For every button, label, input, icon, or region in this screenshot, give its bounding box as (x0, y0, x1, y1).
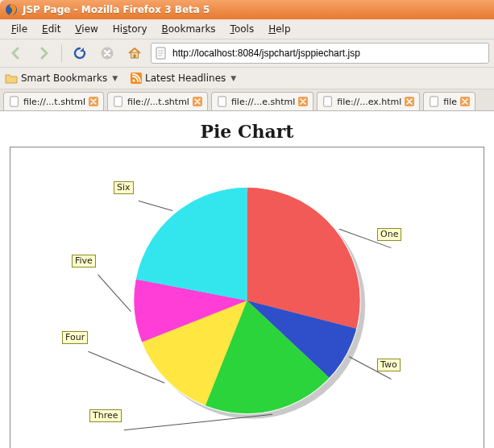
svg-rect-9 (324, 97, 332, 106)
page-icon (322, 96, 334, 107)
pie-chart (10, 147, 484, 448)
page-icon (9, 96, 20, 107)
menubar: File Edit View History Bookmarks Tools H… (0, 19, 494, 39)
page-icon (113, 96, 124, 107)
page-icon (429, 96, 440, 107)
home-button[interactable] (123, 42, 146, 64)
forward-button[interactable] (32, 42, 55, 64)
slice-label-six: Six (114, 181, 134, 194)
menu-help[interactable]: Help (262, 22, 297, 36)
reload-button[interactable] (68, 42, 91, 64)
menu-history[interactable]: History (106, 22, 154, 36)
svg-rect-6 (10, 97, 19, 106)
back-button[interactable] (5, 42, 27, 64)
slice-label-two: Two (377, 359, 401, 371)
tab-0[interactable]: file://...t.shtml (3, 92, 104, 110)
tab-1[interactable]: file://...t.shtml (107, 92, 208, 110)
toolbar-separator (61, 44, 62, 62)
page-content: Pie Chart OneTwoThreeFourFiveSix OneTwoT… (0, 111, 494, 448)
tab-close-button[interactable] (298, 97, 308, 106)
svg-rect-7 (114, 97, 122, 106)
tab-close-button[interactable] (405, 97, 414, 106)
rss-icon (131, 73, 142, 84)
menu-view[interactable]: View (68, 22, 104, 36)
svg-rect-3 (134, 55, 136, 59)
tab-label: file://...t.shtml (23, 97, 85, 107)
slice-label-five: Five (72, 255, 96, 268)
stop-button[interactable] (96, 42, 118, 64)
chart-frame: OneTwoThreeFourFiveSix (10, 147, 484, 448)
url-input[interactable] (171, 47, 485, 60)
firefox-icon (5, 3, 18, 16)
tab-label: file (443, 97, 457, 107)
tab-4[interactable]: file (423, 92, 475, 110)
url-bar[interactable] (151, 43, 489, 64)
chart-title: Pie Chart (10, 121, 484, 142)
slice-label-three: Three (89, 409, 122, 422)
chevron-down-icon: ▼ (230, 74, 236, 82)
page-icon (155, 47, 168, 60)
tab-3[interactable]: file://...ex.html (317, 92, 420, 110)
menu-edit[interactable]: Edit (35, 22, 67, 36)
tab-2[interactable]: file://...e.shtml (211, 92, 313, 110)
latest-headlines-label: Latest Headlines (145, 73, 226, 84)
svg-point-5 (132, 79, 135, 81)
menu-tools[interactable]: Tools (224, 22, 261, 36)
slice-label-four: Four (62, 331, 88, 344)
page-icon (217, 96, 228, 107)
firefox-window: JSP Page - Mozilla Firefox 3 Beta 5 File… (0, 0, 494, 448)
smart-bookmarks-folder[interactable]: Smart Bookmarks ▼ (5, 73, 118, 84)
menu-file[interactable]: File (5, 22, 34, 36)
tab-label: file://...t.shtml (127, 97, 189, 107)
menu-bookmarks[interactable]: Bookmarks (156, 22, 222, 36)
bookmarks-toolbar: Smart Bookmarks ▼ Latest Headlines ▼ (0, 68, 494, 89)
smart-bookmarks-label: Smart Bookmarks (21, 73, 107, 84)
chevron-down-icon: ▼ (112, 74, 118, 82)
slice-label-one: One (377, 228, 401, 241)
svg-rect-8 (218, 97, 226, 106)
titlebar: JSP Page - Mozilla Firefox 3 Beta 5 (0, 0, 494, 19)
latest-headlines-feed[interactable]: Latest Headlines ▼ (131, 73, 236, 84)
tab-strip: file://...t.shtmlfile://...t.shtmlfile:/… (0, 89, 494, 111)
tab-label: file://...e.shtml (231, 97, 295, 107)
nav-toolbar (0, 39, 494, 68)
folder-icon (5, 73, 18, 84)
svg-rect-10 (430, 97, 438, 106)
tab-close-button[interactable] (193, 97, 202, 106)
tab-close-button[interactable] (89, 97, 98, 106)
tab-label: file://...ex.html (337, 97, 401, 107)
window-title: JSP Page - Mozilla Firefox 3 Beta 5 (23, 4, 210, 15)
tab-close-button[interactable] (460, 97, 470, 106)
